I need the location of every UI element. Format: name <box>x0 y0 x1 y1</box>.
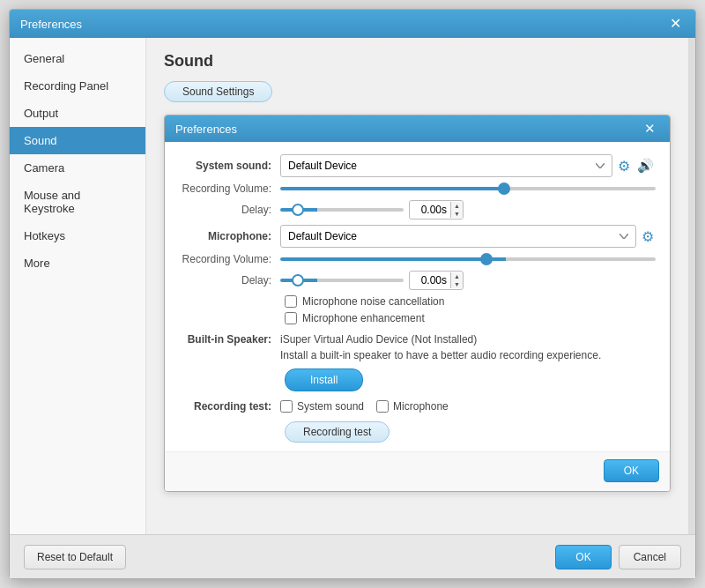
system-delay-down-button[interactable]: ▼ <box>451 210 463 218</box>
built-in-speaker-line1: iSuper Virtual Audio Device (Not Install… <box>280 331 656 347</box>
install-button[interactable]: Install <box>285 368 363 391</box>
system-volume-slider-container <box>280 187 656 190</box>
system-sound-test-label: System sound <box>297 400 364 413</box>
sidebar-item-general[interactable]: General <box>10 45 145 72</box>
main-content: Sound Sound Settings Preferences ✕ Syste… <box>146 38 688 534</box>
scrollbar[interactable] <box>688 38 695 534</box>
window-close-button[interactable]: ✕ <box>666 15 685 33</box>
inner-ok-row: OK <box>165 451 670 491</box>
microphone-gear-icon[interactable]: ⚙ <box>640 227 656 247</box>
mic-delay-down-button[interactable]: ▼ <box>451 280 463 288</box>
sidebar-item-output[interactable]: Output <box>10 100 145 127</box>
sidebar-item-sound[interactable]: Sound <box>10 127 145 154</box>
window-title: Preferences <box>20 18 82 31</box>
content-area: General Recording Panel Output Sound Cam… <box>10 38 695 534</box>
microphone-label: Microphone: <box>179 230 280 242</box>
system-delay-slider[interactable] <box>280 208 404 212</box>
bottom-cancel-button[interactable]: Cancel <box>619 545 681 569</box>
system-recording-volume-label: Recording Volume: <box>179 182 280 195</box>
sound-settings-button[interactable]: Sound Settings <box>164 81 272 102</box>
mic-recording-volume-row: Recording Volume: <box>179 253 656 265</box>
recording-test-system-sound-check[interactable]: System sound <box>280 400 364 413</box>
mic-delay-row: Delay: ▲ ▼ <box>179 271 656 290</box>
built-in-speaker-label: Built-in Speaker: <box>179 331 280 346</box>
recording-test-checks: System sound Microphone <box>280 400 449 413</box>
inner-title-bar: Preferences ✕ <box>165 115 670 142</box>
noise-cancellation-checkbox[interactable] <box>285 295 297 308</box>
system-sound-label: System sound: <box>179 160 280 172</box>
recording-test-button[interactable]: Recording test <box>285 421 390 443</box>
mic-delay-label: Delay: <box>179 274 280 287</box>
noise-cancellation-label[interactable]: Microphone noise cancellation <box>302 295 444 308</box>
inner-dialog-content: System sound: Default Device ⚙ 🔊 Recordi… <box>165 142 670 451</box>
microphone-test-label: Microphone <box>393 400 449 413</box>
mic-enhancement-checkbox[interactable] <box>285 312 297 324</box>
sidebar-item-recording-panel[interactable]: Recording Panel <box>10 72 145 100</box>
mic-volume-slider-container <box>280 257 656 261</box>
system-delay-label: Delay: <box>179 204 280 216</box>
mic-delay-spinners: ▲ ▼ <box>450 272 463 288</box>
recording-test-microphone-check[interactable]: Microphone <box>376 400 449 413</box>
system-sound-select[interactable]: Default Device <box>280 154 612 177</box>
mic-delay-input-wrap: ▲ ▼ <box>409 271 464 290</box>
sidebar-item-camera[interactable]: Camera <box>10 154 145 182</box>
sidebar-item-more[interactable]: More <box>10 249 145 277</box>
sidebar-item-mouse-keystroke[interactable]: Mouse and Keystroke <box>10 182 145 222</box>
sidebar: General Recording Panel Output Sound Cam… <box>10 38 146 534</box>
system-sound-test-checkbox[interactable] <box>280 400 293 413</box>
recording-test-label: Recording test: <box>179 400 280 413</box>
mic-delay-up-button[interactable]: ▲ <box>451 272 463 280</box>
noise-cancellation-row: Microphone noise cancellation <box>179 295 656 308</box>
reset-to-default-button[interactable]: Reset to Default <box>24 545 126 569</box>
section-title: Sound <box>164 52 671 71</box>
bottom-bar: Reset to Default OK Cancel <box>10 534 695 578</box>
built-in-speaker-line2: Install a built-in speaker to have a bet… <box>280 347 656 363</box>
preferences-window: Preferences ✕ General Recording Panel Ou… <box>9 9 696 579</box>
built-in-speaker-row: Built-in Speaker: iSuper Virtual Audio D… <box>179 331 656 363</box>
microphone-select[interactable]: Default Device <box>280 225 636 248</box>
mic-volume-slider[interactable] <box>280 257 656 261</box>
system-volume-slider[interactable] <box>280 187 656 190</box>
system-sound-gear-icon[interactable]: ⚙ <box>616 156 632 176</box>
mic-delay-input[interactable] <box>410 274 450 287</box>
system-delay-up-button[interactable]: ▲ <box>451 202 463 210</box>
microphone-test-checkbox[interactable] <box>376 400 389 413</box>
system-sound-row: System sound: Default Device ⚙ 🔊 <box>179 154 656 177</box>
microphone-row: Microphone: Default Device ⚙ <box>179 225 656 248</box>
built-in-speaker-text: iSuper Virtual Audio Device (Not Install… <box>280 331 656 363</box>
system-delay-input-wrap: ▲ ▼ <box>409 200 464 220</box>
system-delay-input[interactable] <box>410 204 450 216</box>
mic-recording-volume-label: Recording Volume: <box>179 253 280 265</box>
bottom-right-buttons: OK Cancel <box>555 545 681 569</box>
system-delay-row: Delay: ▲ ▼ <box>179 200 656 220</box>
system-recording-volume-row: Recording Volume: <box>179 182 656 195</box>
sidebar-item-hotkeys[interactable]: Hotkeys <box>10 222 145 249</box>
mic-enhancement-label[interactable]: Microphone enhancement <box>302 312 425 324</box>
mic-enhancement-row: Microphone enhancement <box>179 312 656 324</box>
system-sound-speaker-icon[interactable]: 🔊 <box>635 156 656 175</box>
recording-test-row: Recording test: System sound Microphone <box>179 400 656 413</box>
inner-dialog-title: Preferences <box>175 123 237 136</box>
title-bar: Preferences ✕ <box>10 10 695 38</box>
inner-dialog: Preferences ✕ System sound: Default Devi… <box>164 115 671 492</box>
mic-delay-slider[interactable] <box>280 279 404 282</box>
bottom-ok-button[interactable]: OK <box>555 545 611 569</box>
inner-ok-button[interactable]: OK <box>604 459 659 482</box>
system-delay-spinners: ▲ ▼ <box>450 202 463 218</box>
inner-close-button[interactable]: ✕ <box>641 120 659 138</box>
